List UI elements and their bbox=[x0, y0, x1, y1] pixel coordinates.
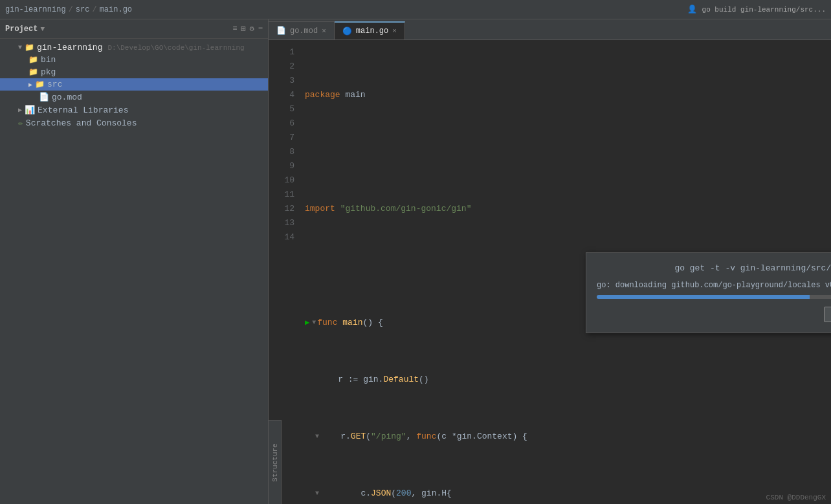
dialog-progress-bar bbox=[597, 295, 831, 299]
chevron-right-icon: ▶ bbox=[28, 81, 32, 89]
chevron-right-icon-ext: ▶ bbox=[18, 106, 22, 114]
top-bar: gin-learnning / src / main.go 👤 go build… bbox=[0, 0, 831, 19]
dialog-body: go: downloading github.com/go-playground… bbox=[597, 281, 831, 299]
code-line-2 bbox=[305, 145, 831, 159]
expand-icon[interactable]: ⊞ bbox=[241, 24, 245, 34]
tab-gomod-label: go.mod bbox=[290, 27, 318, 36]
editor-and-bottom: 📄 go.mod × 🔵 main.go × 1 2 3 4 5 bbox=[269, 19, 831, 504]
file-icon-tab-go: 🔵 bbox=[342, 27, 352, 36]
tree-item-extlib-label: External Libraries bbox=[38, 105, 128, 115]
fold-icon-7: ▼ bbox=[315, 430, 319, 444]
sidebar-header: Project ▼ ≡ ⊞ ⚙ − bbox=[0, 19, 268, 39]
tree-item-gomod-label: go.mod bbox=[52, 93, 82, 102]
tree-item-src[interactable]: ▶ 📁 src bbox=[0, 78, 268, 91]
code-line-8: ▼ c.JSON(200, gin.H{ bbox=[305, 487, 831, 501]
tab-maingo-label: main.go bbox=[356, 27, 388, 36]
folder-icon-src: 📁 bbox=[35, 80, 45, 89]
tab-gomod[interactable]: 📄 go.mod × bbox=[269, 21, 335, 39]
progress-dialog: go get -t -v gin-learnning/src/... go: d… bbox=[586, 252, 831, 333]
run-button[interactable]: ▶ bbox=[305, 316, 309, 330]
tree-item-label: gin-learnning bbox=[37, 43, 102, 52]
tree-item-scratches-label: Scratches and Consoles bbox=[26, 118, 137, 128]
code-line-1: package main bbox=[305, 88, 831, 102]
tree-item-pkg-label: pkg bbox=[41, 67, 56, 77]
settings-icon[interactable]: ⚙ bbox=[250, 24, 254, 34]
fold-icon-8: ▼ bbox=[315, 487, 319, 501]
code-line-7: ▼ r.GET("/ping", func(c *gin.Context) { bbox=[305, 430, 831, 444]
tab-maingo[interactable]: 🔵 main.go × bbox=[335, 21, 405, 39]
sidebar-tree: ▼ 📁 gin-learnning D:\Develop\GO\code\gin… bbox=[0, 39, 268, 504]
folder-icon: 📁 bbox=[25, 43, 34, 52]
breadcrumb-ginlearnning[interactable]: gin-learnning / src / main.go bbox=[5, 5, 132, 14]
sidebar-header-icons: ≡ ⊞ ⚙ − bbox=[232, 24, 263, 34]
tree-item-pkg[interactable]: 📁 pkg bbox=[0, 66, 268, 78]
chevron-down-icon: ▼ bbox=[18, 44, 22, 51]
dialog-cancel-btn[interactable]: Cancel bbox=[824, 307, 831, 322]
tab-gomod-close[interactable]: × bbox=[322, 27, 326, 35]
tree-item-bin[interactable]: 📁 bin bbox=[0, 54, 268, 66]
tree-item-bin-label: bin bbox=[41, 55, 56, 65]
dialog-title: go get -t -v gin-learnning/src/... bbox=[597, 263, 831, 273]
file-icon-tab-mod: 📄 bbox=[276, 26, 286, 36]
close-sidebar-icon[interactable]: − bbox=[258, 24, 263, 34]
tree-item-src-label: src bbox=[47, 80, 62, 89]
collapse-all-icon[interactable]: ≡ bbox=[232, 24, 237, 34]
tree-item-scratches[interactable]: ✏️ Scratches and Consoles bbox=[0, 116, 268, 129]
build-status: go build gin-learnning/src... bbox=[702, 6, 826, 14]
tree-item-external-libraries[interactable]: ▶ 📊 External Libraries bbox=[0, 104, 268, 116]
folder-icon-bin: 📁 bbox=[28, 55, 38, 65]
main-layout: Project ▼ ≡ ⊞ ⚙ − ▼ 📁 gin-learnning D:\D… bbox=[0, 19, 831, 504]
structure-label: Structure bbox=[269, 420, 282, 504]
watermark: CSDN @DDDengGX bbox=[766, 494, 826, 501]
sidebar-dropdown-icon: ▼ bbox=[40, 25, 45, 33]
folder-icon-pkg: 📁 bbox=[28, 67, 38, 77]
dialog-progress-fill bbox=[597, 295, 810, 299]
tree-item-gomod[interactable]: 📄 go.mod bbox=[0, 91, 268, 104]
scratches-icon: ✏️ bbox=[18, 118, 23, 128]
dialog-buttons: Cancel Minimize bbox=[597, 307, 831, 322]
dialog-status: go: downloading github.com/go-playground… bbox=[597, 281, 831, 290]
top-bar-right: 👤 go build gin-learnning/src... bbox=[687, 5, 826, 14]
tab-maingo-close[interactable]: × bbox=[392, 27, 397, 35]
sidebar: Project ▼ ≡ ⊞ ⚙ − ▼ 📁 gin-learnning D:\D… bbox=[0, 19, 269, 504]
tree-item-path: D:\Develop\GO\code\gin-learnning bbox=[107, 44, 244, 52]
library-icon: 📊 bbox=[25, 105, 35, 115]
user-icon: 👤 bbox=[687, 5, 697, 14]
code-line-3: import "github.com/gin-gonic/gin" bbox=[305, 202, 831, 216]
sidebar-title: Project bbox=[5, 25, 38, 34]
tab-bar: 📄 go.mod × 🔵 main.go × bbox=[269, 19, 831, 40]
tree-item-root[interactable]: ▼ 📁 gin-learnning D:\Develop\GO\code\gin… bbox=[0, 41, 268, 54]
fold-icon-5: ▼ bbox=[312, 316, 316, 330]
code-line-6: r := gin.Default() bbox=[305, 373, 831, 387]
file-icon-gomod: 📄 bbox=[39, 92, 49, 102]
